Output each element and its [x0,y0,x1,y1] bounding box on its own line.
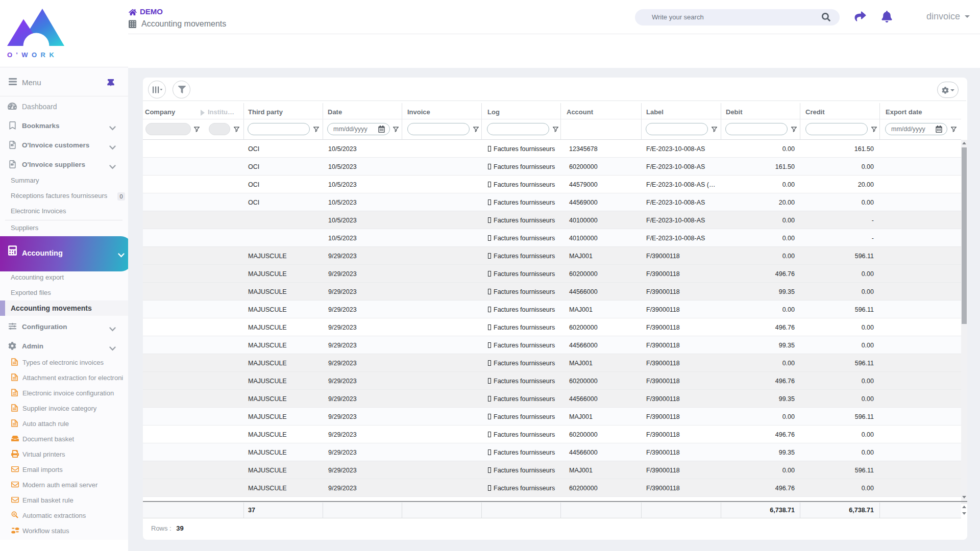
svg-text:O'WORK: O'WORK [7,51,58,59]
